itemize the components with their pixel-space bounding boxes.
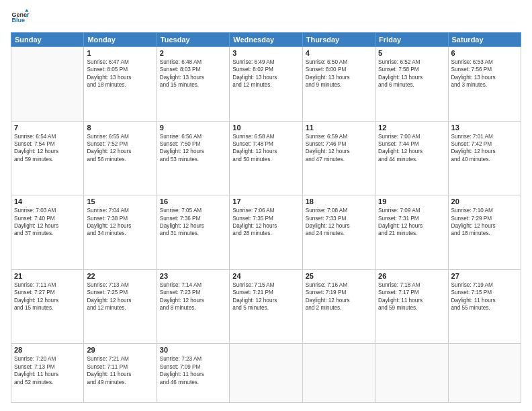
day-info: Sunrise: 7:00 AM Sunset: 7:44 PM Dayligh… [378, 133, 445, 164]
week-row-0: 1Sunrise: 6:47 AM Sunset: 8:05 PM Daylig… [11, 47, 521, 122]
day-number: 17 [232, 197, 299, 205]
day-number: 6 [451, 49, 518, 57]
svg-text:Blue: Blue [11, 17, 25, 24]
day-number: 20 [451, 197, 518, 205]
col-header-friday: Friday [375, 33, 448, 47]
calendar-cell: 12Sunrise: 7:00 AM Sunset: 7:44 PM Dayli… [375, 121, 448, 195]
calendar-cell: 13Sunrise: 7:01 AM Sunset: 7:42 PM Dayli… [448, 121, 521, 195]
day-number: 7 [14, 124, 81, 132]
day-number: 4 [306, 49, 372, 57]
day-info: Sunrise: 7:10 AM Sunset: 7:29 PM Dayligh… [451, 207, 518, 238]
day-info: Sunrise: 7:21 AM Sunset: 7:11 PM Dayligh… [87, 355, 153, 386]
week-row-2: 14Sunrise: 7:03 AM Sunset: 7:40 PM Dayli… [11, 195, 521, 270]
col-header-sunday: Sunday [11, 33, 84, 47]
day-info: Sunrise: 6:56 AM Sunset: 7:50 PM Dayligh… [160, 133, 226, 164]
col-header-monday: Monday [84, 33, 157, 47]
col-header-wednesday: Wednesday [230, 33, 302, 47]
day-info: Sunrise: 7:01 AM Sunset: 7:42 PM Dayligh… [451, 133, 518, 164]
week-row-3: 21Sunrise: 7:11 AM Sunset: 7:27 PM Dayli… [11, 269, 521, 344]
day-number: 19 [378, 197, 445, 205]
calendar-header-row: SundayMondayTuesdayWednesdayThursdayFrid… [11, 33, 521, 47]
calendar-cell [448, 344, 521, 403]
day-number: 11 [306, 124, 372, 132]
calendar-cell: 16Sunrise: 7:05 AM Sunset: 7:36 PM Dayli… [157, 195, 229, 270]
day-number: 26 [378, 272, 445, 280]
day-info: Sunrise: 7:23 AM Sunset: 7:09 PM Dayligh… [160, 355, 226, 386]
calendar-cell: 24Sunrise: 7:15 AM Sunset: 7:21 PM Dayli… [230, 269, 302, 344]
day-number: 23 [160, 272, 226, 280]
calendar-cell: 14Sunrise: 7:03 AM Sunset: 7:40 PM Dayli… [11, 195, 84, 270]
week-row-1: 7Sunrise: 6:54 AM Sunset: 7:54 PM Daylig… [11, 121, 521, 195]
day-info: Sunrise: 7:13 AM Sunset: 7:25 PM Dayligh… [87, 281, 153, 312]
calendar-cell: 6Sunrise: 6:53 AM Sunset: 7:56 PM Daylig… [448, 47, 521, 122]
day-info: Sunrise: 7:09 AM Sunset: 7:31 PM Dayligh… [378, 207, 445, 238]
day-info: Sunrise: 7:11 AM Sunset: 7:27 PM Dayligh… [14, 281, 81, 312]
day-number: 16 [160, 197, 226, 205]
calendar-table: SundayMondayTuesdayWednesdayThursdayFrid… [11, 32, 521, 403]
calendar-cell: 23Sunrise: 7:14 AM Sunset: 7:23 PM Dayli… [157, 269, 229, 344]
calendar-cell: 18Sunrise: 7:08 AM Sunset: 7:33 PM Dayli… [302, 195, 375, 270]
svg-marker-2 [25, 9, 29, 11]
day-info: Sunrise: 7:06 AM Sunset: 7:35 PM Dayligh… [232, 207, 299, 238]
logo: General Blue [11, 8, 30, 27]
calendar-cell: 17Sunrise: 7:06 AM Sunset: 7:35 PM Dayli… [230, 195, 302, 270]
day-number: 15 [87, 197, 153, 205]
day-info: Sunrise: 6:47 AM Sunset: 8:05 PM Dayligh… [87, 58, 153, 89]
calendar-cell [11, 47, 84, 122]
day-info: Sunrise: 6:48 AM Sunset: 8:03 PM Dayligh… [160, 58, 226, 89]
col-header-tuesday: Tuesday [157, 33, 229, 47]
day-info: Sunrise: 7:20 AM Sunset: 7:13 PM Dayligh… [14, 355, 81, 386]
day-number: 8 [87, 124, 153, 132]
calendar-cell: 15Sunrise: 7:04 AM Sunset: 7:38 PM Dayli… [84, 195, 157, 270]
day-number: 24 [232, 272, 299, 280]
col-header-saturday: Saturday [448, 33, 521, 47]
calendar-cell: 20Sunrise: 7:10 AM Sunset: 7:29 PM Dayli… [448, 195, 521, 270]
day-number: 2 [160, 49, 226, 57]
logo-icon: General Blue [11, 8, 30, 27]
calendar-cell: 2Sunrise: 6:48 AM Sunset: 8:03 PM Daylig… [157, 47, 229, 122]
calendar-cell [375, 344, 448, 403]
day-number: 30 [160, 346, 226, 354]
week-row-4: 28Sunrise: 7:20 AM Sunset: 7:13 PM Dayli… [11, 344, 521, 403]
calendar-cell: 10Sunrise: 6:58 AM Sunset: 7:48 PM Dayli… [230, 121, 302, 195]
day-info: Sunrise: 6:53 AM Sunset: 7:56 PM Dayligh… [451, 58, 518, 89]
calendar-cell: 5Sunrise: 6:52 AM Sunset: 7:58 PM Daylig… [375, 47, 448, 122]
day-number: 14 [14, 197, 81, 205]
day-number: 28 [14, 346, 81, 354]
day-info: Sunrise: 7:14 AM Sunset: 7:23 PM Dayligh… [160, 281, 226, 312]
day-info: Sunrise: 7:18 AM Sunset: 7:17 PM Dayligh… [378, 281, 445, 312]
day-number: 25 [306, 272, 372, 280]
calendar-cell: 26Sunrise: 7:18 AM Sunset: 7:17 PM Dayli… [375, 269, 448, 344]
day-info: Sunrise: 6:55 AM Sunset: 7:52 PM Dayligh… [87, 133, 153, 164]
page-header: General Blue [11, 8, 521, 27]
calendar-cell: 25Sunrise: 7:16 AM Sunset: 7:19 PM Dayli… [302, 269, 375, 344]
calendar-cell: 21Sunrise: 7:11 AM Sunset: 7:27 PM Dayli… [11, 269, 84, 344]
calendar-cell: 29Sunrise: 7:21 AM Sunset: 7:11 PM Dayli… [84, 344, 157, 403]
day-number: 5 [378, 49, 445, 57]
day-number: 9 [160, 124, 226, 132]
day-info: Sunrise: 6:52 AM Sunset: 7:58 PM Dayligh… [378, 58, 445, 89]
calendar-cell: 22Sunrise: 7:13 AM Sunset: 7:25 PM Dayli… [84, 269, 157, 344]
calendar-cell [302, 344, 375, 403]
day-info: Sunrise: 7:04 AM Sunset: 7:38 PM Dayligh… [87, 207, 153, 238]
calendar-cell: 11Sunrise: 6:59 AM Sunset: 7:46 PM Dayli… [302, 121, 375, 195]
day-number: 27 [451, 272, 518, 280]
calendar-cell: 30Sunrise: 7:23 AM Sunset: 7:09 PM Dayli… [157, 344, 229, 403]
day-number: 12 [378, 124, 445, 132]
calendar-cell: 4Sunrise: 6:50 AM Sunset: 8:00 PM Daylig… [302, 47, 375, 122]
day-number: 18 [306, 197, 372, 205]
day-info: Sunrise: 7:08 AM Sunset: 7:33 PM Dayligh… [306, 207, 372, 238]
day-number: 29 [87, 346, 153, 354]
day-info: Sunrise: 6:59 AM Sunset: 7:46 PM Dayligh… [306, 133, 372, 164]
day-number: 1 [87, 49, 153, 57]
calendar-cell: 28Sunrise: 7:20 AM Sunset: 7:13 PM Dayli… [11, 344, 84, 403]
calendar-cell [230, 344, 302, 403]
calendar-cell: 19Sunrise: 7:09 AM Sunset: 7:31 PM Dayli… [375, 195, 448, 270]
calendar-cell: 8Sunrise: 6:55 AM Sunset: 7:52 PM Daylig… [84, 121, 157, 195]
day-info: Sunrise: 7:16 AM Sunset: 7:19 PM Dayligh… [306, 281, 372, 312]
calendar-cell: 27Sunrise: 7:19 AM Sunset: 7:15 PM Dayli… [448, 269, 521, 344]
day-info: Sunrise: 7:15 AM Sunset: 7:21 PM Dayligh… [232, 281, 299, 312]
col-header-thursday: Thursday [302, 33, 375, 47]
day-info: Sunrise: 7:19 AM Sunset: 7:15 PM Dayligh… [451, 281, 518, 312]
day-info: Sunrise: 7:05 AM Sunset: 7:36 PM Dayligh… [160, 207, 226, 238]
